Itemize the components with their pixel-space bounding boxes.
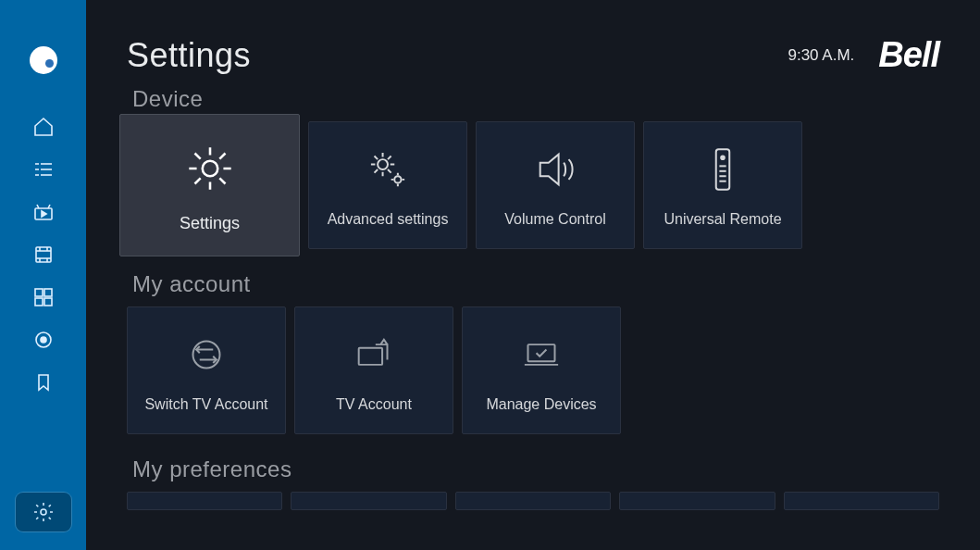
device-tiles: Settings Advanced settings Volume Contro…: [127, 121, 939, 249]
section-title-preferences: My preferences: [132, 456, 939, 482]
nav-on-demand[interactable]: [16, 191, 71, 233]
svg-rect-17: [35, 298, 43, 306]
svg-point-31: [193, 342, 220, 369]
tile-volume-control[interactable]: Volume Control: [476, 121, 635, 249]
tile-pref-3[interactable]: [455, 492, 611, 510]
svg-point-26: [721, 156, 725, 160]
tile-pref-4[interactable]: [619, 492, 775, 510]
tile-pref-2[interactable]: [291, 492, 446, 510]
account-tiles: Switch TV Account TV Account Manage Devi…: [127, 306, 939, 434]
speaker-icon: [528, 143, 582, 196]
brand-logo: Bell: [878, 35, 939, 75]
svg-point-21: [41, 509, 46, 515]
tile-switch-account[interactable]: Switch TV Account: [127, 306, 286, 434]
guide-icon: [32, 158, 55, 181]
tile-advanced-settings[interactable]: Advanced settings: [308, 121, 467, 249]
svg-rect-18: [44, 298, 52, 306]
tile-label: Switch TV Account: [139, 396, 273, 413]
nav-settings-active[interactable]: [16, 493, 71, 531]
svg-rect-33: [528, 344, 555, 361]
nav-bookmarks[interactable]: [16, 361, 71, 404]
tile-pref-5[interactable]: [784, 492, 939, 510]
svg-rect-16: [44, 289, 52, 296]
tv-account-icon: [347, 328, 401, 381]
gear-icon: [180, 138, 241, 199]
nav-home[interactable]: [16, 106, 71, 148]
page-title: Settings: [127, 36, 251, 75]
sync-icon: [180, 328, 233, 381]
apps-icon: [32, 286, 55, 308]
tile-label: Settings: [174, 214, 245, 233]
nav-live[interactable]: [16, 319, 71, 361]
svg-rect-15: [35, 289, 43, 296]
assistant-icon[interactable]: [30, 46, 57, 74]
tile-label: Universal Remote: [658, 211, 787, 228]
tile-pref-1[interactable]: [127, 492, 282, 510]
laptop-check-icon: [515, 328, 568, 381]
nav-guide[interactable]: [16, 148, 71, 191]
svg-rect-8: [36, 247, 51, 262]
gears-icon: [361, 143, 415, 196]
tile-label: Manage Devices: [480, 396, 602, 413]
clock: 9:30 A.M.: [788, 46, 854, 65]
svg-point-24: [394, 176, 401, 182]
svg-rect-32: [359, 348, 382, 365]
gear-icon: [32, 501, 55, 523]
bookmark-icon: [32, 371, 55, 394]
home-icon: [32, 116, 55, 138]
sidebar: [0, 0, 86, 550]
remote-icon: [696, 143, 750, 196]
tile-universal-remote[interactable]: Universal Remote: [643, 121, 802, 249]
header-right: 9:30 A.M. Bell: [788, 35, 939, 75]
tile-manage-devices[interactable]: Manage Devices: [462, 306, 621, 434]
section-title-device: Device: [132, 86, 939, 112]
section-title-account: My account: [132, 271, 939, 297]
record-icon: [32, 329, 55, 351]
tile-label: TV Account: [330, 396, 417, 413]
svg-point-23: [378, 159, 388, 169]
header: Settings 9:30 A.M. Bell: [127, 35, 939, 75]
nav-recordings[interactable]: [16, 233, 71, 276]
svg-marker-7: [42, 211, 46, 217]
main-content: Settings 9:30 A.M. Bell Device Settings …: [86, 0, 980, 550]
nav-apps[interactable]: [16, 276, 71, 319]
preferences-tiles: [127, 492, 939, 510]
tile-settings[interactable]: Settings: [119, 114, 300, 256]
tile-label: Volume Control: [499, 211, 611, 228]
svg-point-20: [41, 337, 46, 343]
tile-tv-account[interactable]: TV Account: [294, 306, 453, 434]
svg-point-22: [202, 160, 217, 176]
tile-label: Advanced settings: [322, 211, 454, 228]
on-demand-icon: [32, 201, 55, 223]
film-icon: [32, 244, 55, 266]
